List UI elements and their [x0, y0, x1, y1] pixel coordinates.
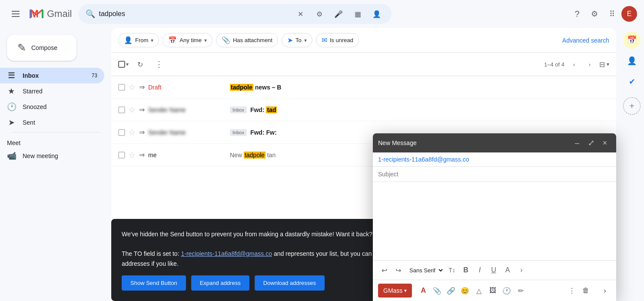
footer-right: ⋮ 🗑 — [566, 284, 592, 297]
anytime-filter[interactable]: 📅 Any time ▾ — [163, 33, 212, 47]
font-select[interactable]: Sans Serif — [406, 266, 444, 275]
compose-to-field: 1-recipients-11a6a8fd@gmass.co — [373, 152, 616, 167]
search-input[interactable] — [99, 10, 289, 18]
attachment-label: Has attachment — [233, 37, 272, 43]
calendar-chip-icon: 📅 — [168, 36, 177, 44]
anytime-chevron: ▾ — [204, 37, 207, 43]
refresh-button[interactable]: ↻ — [132, 56, 148, 72]
right-panel-contacts[interactable]: 👤 — [623, 52, 641, 69]
text-format-icon[interactable]: A — [417, 284, 429, 297]
underline-button[interactable]: U — [488, 264, 500, 276]
more-formatting-button[interactable]: › — [515, 264, 528, 276]
view-select[interactable]: ⊟ ▾ — [599, 60, 609, 69]
font-size-button[interactable]: T↕ — [446, 264, 458, 276]
google-apps-icon[interactable]: ⠿ — [604, 6, 620, 22]
more-options-button[interactable]: ⋮ — [151, 56, 167, 72]
forward-icon: ⇒ — [139, 128, 145, 136]
attachment-filter[interactable]: 📎 Has attachment — [216, 33, 278, 47]
select-all-wrapper[interactable]: ▾ — [118, 61, 129, 68]
right-panel-tasks[interactable]: ✔ — [623, 73, 641, 90]
table-row[interactable]: ☆ ⇒ Sender Name Inbox Fwd: tad — [111, 99, 616, 121]
menu-icon[interactable] — [7, 5, 24, 23]
next-page-button[interactable]: › — [584, 58, 596, 70]
settings-icon[interactable]: ⚙ — [587, 6, 602, 22]
compose-header[interactable]: New Message – ⤢ × — [373, 133, 616, 152]
sidebar-item-inbox[interactable]: ☰ Inbox 73 — [0, 68, 104, 83]
compose-body[interactable] — [373, 182, 616, 260]
sidebar-item-starred-label: Starred — [23, 88, 97, 95]
minimize-compose-button[interactable]: – — [571, 137, 583, 149]
spreadsheet-icon[interactable]: ▦ — [350, 6, 365, 22]
star-icon[interactable]: ☆ — [129, 105, 136, 115]
scheduled-icon[interactable]: 🕐 — [501, 284, 513, 297]
bold-button[interactable]: B — [460, 264, 472, 276]
more-options-footer-button[interactable]: ⋮ — [566, 284, 578, 297]
help-icon[interactable]: ? — [569, 6, 585, 22]
row-checkbox[interactable] — [118, 152, 125, 159]
avatar[interactable]: E — [621, 6, 637, 22]
text-color-button[interactable]: A — [501, 264, 514, 276]
star-icon: ★ — [7, 86, 16, 96]
collapse-footer-button[interactable]: › — [599, 284, 611, 297]
notification-email-link[interactable]: 1-recipients-11a6a8fd@gmass.co — [181, 250, 272, 257]
drive-icon[interactable]: △ — [473, 284, 485, 297]
notification-to-text: The TO field is set to: — [122, 250, 179, 257]
forward-icon: ⇒ — [139, 151, 145, 159]
row-checkbox[interactable] — [118, 106, 125, 113]
from-filter[interactable]: 👤 From ▾ — [118, 33, 159, 47]
star-icon[interactable]: ☆ — [129, 128, 136, 137]
unread-filter[interactable]: ✉ Is unread — [316, 33, 359, 47]
discard-button[interactable]: 🗑 — [580, 284, 592, 297]
attach-icon[interactable]: 📎 — [431, 284, 443, 297]
compose-header-icons: – ⤢ × — [571, 137, 611, 149]
select-all-checkbox[interactable] — [118, 61, 125, 68]
advanced-search-link[interactable]: Advanced search — [562, 37, 609, 44]
italic-button[interactable]: I — [474, 264, 486, 276]
star-icon[interactable]: ☆ — [129, 83, 136, 92]
compose-window: New Message – ⤢ × 1-recipients-11a6a8fd@… — [373, 133, 616, 301]
expand-address-button[interactable]: Expand address — [191, 275, 249, 291]
expand-compose-button[interactable]: ⤢ — [585, 137, 597, 149]
compose-label: Compose — [31, 44, 57, 51]
table-row[interactable]: ☆ ⇒ Draft tadpole news – B — [111, 76, 616, 99]
link-icon[interactable]: 🔗 — [445, 284, 457, 297]
voice-search-icon[interactable]: 🎤 — [331, 6, 346, 22]
prev-page-button[interactable]: ‹ — [568, 58, 580, 70]
gmass-button[interactable]: GMass ▾ — [378, 284, 412, 298]
show-send-button[interactable]: Show Send Button — [122, 275, 186, 291]
right-panel-calendar[interactable]: 📅 — [623, 31, 641, 49]
emoji-icon[interactable]: 😊 — [459, 284, 471, 297]
close-compose-button[interactable]: × — [599, 137, 611, 149]
search-filter-icon[interactable]: ⚙ — [312, 6, 327, 22]
email-body: Inbox Fwd: tad — [230, 106, 609, 113]
redo-button[interactable]: ↪ — [392, 264, 404, 276]
row-checkbox[interactable] — [118, 129, 125, 136]
unread-chip-icon: ✉ — [322, 36, 327, 44]
undo-button[interactable]: ↩ — [378, 264, 390, 276]
compose-icon: ✎ — [17, 42, 26, 54]
star-icon[interactable]: ☆ — [129, 150, 136, 160]
compose-button[interactable]: ✎ Compose — [7, 35, 76, 61]
forward-icon: ⇒ — [139, 83, 145, 91]
sidebar-item-new-meeting[interactable]: 📹 New meeting — [0, 148, 104, 164]
topbar-right: ? ⚙ ⠿ E — [569, 6, 637, 22]
inbox-badge: Inbox — [230, 106, 247, 113]
to-filter[interactable]: ➤ To ▾ — [282, 33, 312, 47]
select-all-chevron[interactable]: ▾ — [126, 61, 129, 67]
compose-subject-input[interactable] — [378, 171, 611, 178]
to-label: To — [295, 37, 302, 43]
photo-icon[interactable]: 🖼 — [487, 284, 499, 297]
contacts-search-icon[interactable]: 👤 — [369, 6, 385, 22]
sidebar-item-starred[interactable]: ★ Starred — [0, 83, 104, 99]
filter-bar: 👤 From ▾ 📅 Any time ▾ 📎 Has attachment ➤… — [111, 28, 616, 53]
from-chevron: ▾ — [151, 37, 153, 43]
right-panel-add-button[interactable]: + — [623, 97, 641, 115]
download-addresses-button[interactable]: Download addresses — [255, 275, 325, 291]
list-controls-left: ▾ ↻ ⋮ — [118, 56, 167, 72]
search-icon: 🔍 — [86, 9, 95, 19]
sidebar-item-snoozed[interactable]: 🕐 Snoozed — [0, 99, 104, 115]
sidebar-item-sent[interactable]: ➤ Sent — [0, 115, 104, 130]
clear-search-button[interactable]: ✕ — [292, 6, 308, 22]
row-checkbox[interactable] — [118, 84, 125, 91]
signature-icon[interactable]: ✏ — [515, 284, 527, 297]
